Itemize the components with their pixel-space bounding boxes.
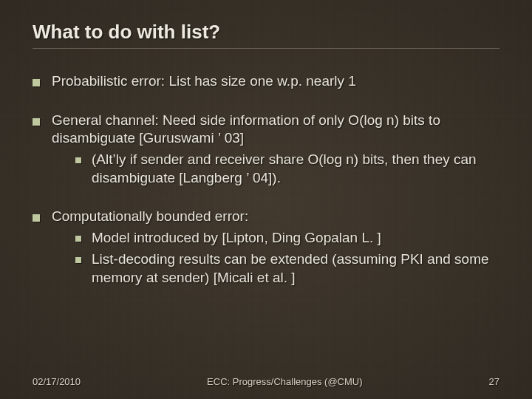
square-bullet-icon [75, 236, 81, 242]
sub-bullet-item: (Alt’ly if sender and receiver share O(l… [75, 151, 499, 187]
bullet-text: Computationally bounded error: Model int… [52, 208, 499, 287]
bullet-text-line: Computationally bounded error: [52, 208, 248, 224]
bullet-item: Computationally bounded error: Model int… [33, 208, 499, 287]
sub-bullet-text: Model introduced by [Lipton, Ding Gopala… [92, 229, 499, 248]
bullet-text-line: General channel: Need side information o… [52, 112, 440, 146]
footer-center: ECC: Progress/Challenges (@CMU) [207, 376, 362, 387]
sub-bullet-text: (Alt’ly if sender and receiver share O(l… [92, 151, 499, 187]
bullet-item: General channel: Need side information o… [33, 112, 499, 188]
sub-bullet-item: List-decoding results can be extended (a… [75, 250, 499, 287]
footer-page-number: 27 [489, 376, 499, 387]
slide: What to do with list? Probabilistic erro… [0, 0, 532, 399]
square-bullet-icon [75, 257, 81, 263]
square-bullet-icon [33, 118, 40, 126]
slide-body: Probabilistic error: List has size one w… [33, 72, 499, 287]
square-bullet-icon [33, 79, 40, 86]
slide-footer: 02/17/2010 ECC: Progress/Challenges (@CM… [0, 376, 532, 387]
bullet-text: Probabilistic error: List has size one w… [52, 72, 499, 91]
sub-bullet-text: List-decoding results can be extended (a… [92, 250, 499, 287]
title-underline [33, 48, 499, 49]
footer-date: 02/17/2010 [33, 376, 81, 387]
sub-bullet-item: Model introduced by [Lipton, Ding Gopala… [75, 229, 499, 248]
square-bullet-icon [33, 214, 40, 222]
bullet-text: General channel: Need side information o… [52, 112, 499, 188]
slide-title: What to do with list? [33, 21, 499, 44]
bullet-item: Probabilistic error: List has size one w… [33, 72, 499, 91]
square-bullet-icon [75, 157, 81, 163]
